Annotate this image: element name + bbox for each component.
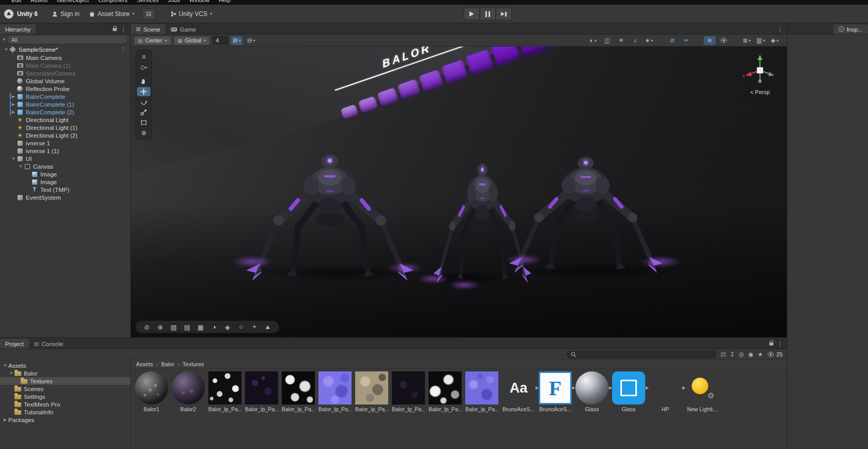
grid-size-field[interactable]: 4 xyxy=(212,36,228,44)
project-menu-icon[interactable]: ⋮ xyxy=(777,341,783,347)
rect-tool-button[interactable] xyxy=(137,118,150,127)
scene-visibility-toggle[interactable] xyxy=(718,36,729,45)
hierarchy-item-image[interactable]: Image xyxy=(0,178,130,186)
asset-item-brunoaces-[interactable]: Aa▶BrunoAceS... xyxy=(502,371,535,412)
hierarchy-scene-row[interactable]: ▼SampleScene*⋮ xyxy=(0,45,130,54)
hierarchy-item-main-camera-1-[interactable]: Main Camera (1) xyxy=(0,62,130,69)
asset-expander-icon[interactable]: ▶ xyxy=(572,385,575,390)
asset-item-balor2[interactable]: Balor2 xyxy=(172,371,205,412)
detail-icon[interactable]: ▦ xyxy=(195,322,206,332)
breadcrumb-assets[interactable]: Assets xyxy=(136,361,153,367)
perspective-label[interactable]: < Persp xyxy=(741,89,779,95)
asset-expander-icon[interactable]: ▶ xyxy=(682,385,686,390)
project-folder-packages[interactable]: ▶Packages xyxy=(0,416,130,424)
move-icon[interactable]: ⊕ xyxy=(155,322,166,332)
favorites-icon[interactable]: ★ xyxy=(757,351,763,358)
project-folder-textures[interactable]: Textures xyxy=(0,377,130,385)
menu-gameobject[interactable]: GameObject xyxy=(57,0,89,3)
asset-expander-icon[interactable]: ▶ xyxy=(609,385,612,390)
import-activity-icon[interactable]: ↧ xyxy=(730,351,735,358)
menu-component[interactable]: Component xyxy=(98,0,128,3)
hierarchy-item-image[interactable]: Image xyxy=(0,170,130,178)
asset-item-balor-lp-pa-[interactable]: Balor_lp_Pa... xyxy=(245,371,278,412)
scene-menu-icon[interactable]: ⋮ xyxy=(777,26,783,33)
isolation-toggle[interactable]: ✂ xyxy=(680,36,692,45)
tool-handle-rotation-dropdown[interactable]: ◍ Global ▾ xyxy=(174,36,210,45)
expand-right-icon[interactable]: ▶ xyxy=(10,110,17,114)
hierarchy-item-reflection-probe[interactable]: Reflection Probe xyxy=(0,85,130,93)
hierarchy-item-directional-light-1-[interactable]: ☀Directional Light (1) xyxy=(0,124,130,131)
step-button[interactable] xyxy=(496,8,512,20)
pause-button[interactable] xyxy=(480,8,496,20)
project-folder-textmesh-pro[interactable]: TextMesh Pro xyxy=(0,400,130,408)
asset-item-brunoaces-[interactable]: F▶BrunoAceS... xyxy=(539,371,572,412)
palette-menu-button[interactable]: ≡ xyxy=(137,52,150,62)
asset-expander-icon[interactable]: ▶ xyxy=(646,385,649,390)
lock-icon[interactable] xyxy=(113,28,117,31)
project-folder-settings[interactable]: Settings xyxy=(0,393,130,400)
focus-search-icon[interactable]: ⊡ xyxy=(721,351,726,358)
asset-item-new-lightl-[interactable]: New Lightl... xyxy=(686,371,719,412)
hand-tool-button[interactable] xyxy=(137,77,150,86)
day-night-icon[interactable]: ◑ xyxy=(208,322,220,332)
hierarchy-item-ivnerse-1-1-[interactable]: ivnerse 1 (1) xyxy=(0,147,130,155)
search-filter-caret-icon[interactable]: ▾ xyxy=(3,37,5,42)
hierarchy-item-balorcomplete-1-[interactable]: ▶BalorComplete (1) xyxy=(0,100,130,108)
hidden-objects-toggle[interactable]: ⊘ xyxy=(666,36,678,45)
cloud-services-button[interactable]: ⊟ xyxy=(142,8,156,20)
tab-scene[interactable]: ⊞ Scene xyxy=(131,24,165,34)
asset-item-glass[interactable]: ▶Glass xyxy=(612,371,645,412)
asset-item-balor1[interactable]: Balor1 xyxy=(135,371,168,412)
menu-services[interactable]: Services xyxy=(137,0,159,3)
hierarchy-item-main-camera[interactable]: Main Camera xyxy=(0,54,130,62)
overlay-visibility-toggle[interactable]: ≋ xyxy=(704,36,715,45)
expand-down-icon[interactable]: ▼ xyxy=(3,47,9,52)
hierarchy-item-global-volume[interactable]: Global Volume xyxy=(0,77,130,85)
hierarchy-menu-icon[interactable]: ⋮ xyxy=(120,26,127,33)
menu-edit[interactable]: Edit xyxy=(11,0,21,3)
hierarchy-item-balorcomplete[interactable]: ▶BalorComplete xyxy=(0,93,130,100)
menu-window[interactable]: Window xyxy=(189,0,209,3)
material-icon[interactable]: ◈ xyxy=(222,322,233,332)
asset-item-balor-lp-pa-[interactable]: Balor_lp_Pa... xyxy=(318,371,352,412)
shading-mode-dropdown[interactable]: ◐▾ xyxy=(587,36,599,45)
unity-vcs-button[interactable]: Unity VCS ▾ xyxy=(166,8,217,20)
terrain-icon[interactable]: ▤ xyxy=(181,322,193,332)
tool-handle-position-dropdown[interactable]: ◎ Center ▾ xyxy=(134,36,171,45)
asset-store-button[interactable]: Asset Store ▾ xyxy=(84,8,139,20)
orientation-gizmo[interactable]: x < Persp xyxy=(741,54,779,95)
expand-down-icon[interactable]: ▼ xyxy=(18,164,24,169)
asset-item-hp[interactable]: ▶HP xyxy=(649,371,682,412)
project-folder-scenes[interactable]: Scenes xyxy=(0,385,130,393)
tab-hierarchy[interactable]: Hierarchy xyxy=(0,24,36,34)
layout-columns-button[interactable]: ▥▾ xyxy=(755,36,767,45)
menu-help[interactable]: Help xyxy=(219,0,231,3)
asset-item-balor-lp-pa-[interactable]: Balor_lp_Pa... xyxy=(208,371,241,412)
tab-project[interactable]: Project xyxy=(0,339,29,349)
hierarchy-item-balorcomplete-2-[interactable]: ▶BalorComplete (2) xyxy=(0,108,130,116)
pivot-icon[interactable]: ⌖ xyxy=(249,322,260,332)
blend-icon[interactable]: ▧ xyxy=(168,322,179,332)
hierarchy-search-input[interactable]: All xyxy=(7,36,127,43)
expand-down-icon[interactable]: ▼ xyxy=(8,371,14,376)
hierarchy-item-secondarycamera[interactable]: SecondaryCamera xyxy=(0,69,130,77)
expand-right-icon[interactable]: ▶ xyxy=(10,94,17,99)
breadcrumb-textures[interactable]: Textures xyxy=(182,361,204,367)
expand-down-icon[interactable]: ▼ xyxy=(2,363,8,368)
audio-toggle[interactable]: ♪ xyxy=(629,36,641,45)
tab-inspector[interactable]: i Insp... xyxy=(833,24,868,34)
expand-down-icon[interactable]: ▼ xyxy=(10,156,17,161)
lighting-toggle[interactable]: ☀ xyxy=(615,36,627,45)
sign-in-button[interactable]: Sign in xyxy=(47,8,84,20)
asset-item-balor-lp-pa-[interactable]: Balor_lp_Pa... xyxy=(355,371,388,412)
asset-item-balor-lp-pa-[interactable]: Balor_lp_Pa... xyxy=(392,371,425,412)
gizmos-dropdown[interactable]: ◈▾ xyxy=(769,36,781,45)
brush-icon[interactable]: ▲ xyxy=(262,322,273,332)
hierarchy-item-text-tmp-[interactable]: TText (TMP) xyxy=(0,186,130,193)
transform-tool-button[interactable]: ⊕ xyxy=(137,128,150,138)
asset-item-glass[interactable]: ▶Glass xyxy=(575,371,608,412)
move-tool-button[interactable] xyxy=(137,87,150,96)
hierarchy-item-ui[interactable]: ▼UI xyxy=(0,155,130,162)
label-filter-icon[interactable]: ◎ xyxy=(739,351,744,358)
rotate-tool-button[interactable] xyxy=(137,97,150,107)
